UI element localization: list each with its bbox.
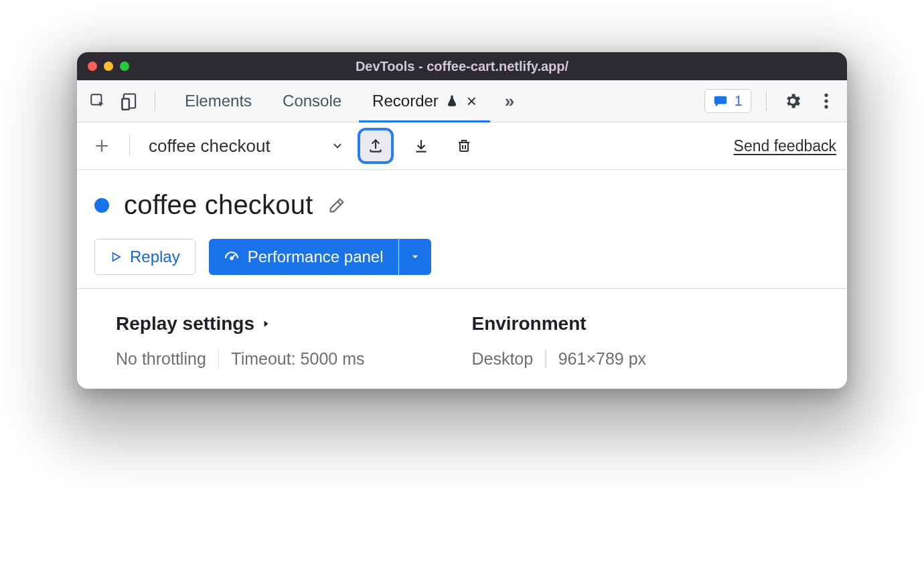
tab-elements[interactable]: Elements <box>171 80 265 122</box>
issues-count: 1 <box>735 92 743 110</box>
devtools-window: DevTools - coffee-cart.netlify.app/ <box>77 52 847 389</box>
device-toolbar-icon[interactable] <box>119 90 141 112</box>
throttling-value: No throttling <box>116 349 206 369</box>
replay-settings-label: Replay settings <box>116 313 254 335</box>
tab-label: Console <box>283 92 341 110</box>
close-tab-icon[interactable]: × <box>467 92 477 110</box>
recorder-toolbar: coffee checkout <box>77 122 847 170</box>
message-icon <box>713 94 728 108</box>
new-recording-button[interactable] <box>88 132 116 160</box>
import-button[interactable] <box>406 130 437 161</box>
issues-badge[interactable]: 1 <box>704 89 751 113</box>
environment-label: Environment <box>471 313 586 335</box>
svg-point-8 <box>230 257 232 259</box>
separator <box>155 91 155 111</box>
edit-title-button[interactable] <box>327 196 346 215</box>
send-feedback-link[interactable]: Send feedback <box>734 137 836 155</box>
titlebar: DevTools - coffee-cart.netlify.app/ <box>77 52 847 80</box>
svg-point-5 <box>824 99 828 102</box>
performance-panel-split-button: Performance panel <box>209 239 431 275</box>
gauge-icon <box>224 249 240 265</box>
performance-panel-button[interactable]: Performance panel <box>209 239 398 275</box>
separator <box>129 136 130 156</box>
tab-console[interactable]: Console <box>269 80 355 122</box>
settings-section: Replay settings No throttling Timeout: 5… <box>77 289 847 389</box>
replay-button[interactable]: Replay <box>94 239 196 275</box>
viewport-value: 961×789 px <box>558 349 646 369</box>
device-value: Desktop <box>471 349 533 369</box>
svg-point-4 <box>824 94 828 97</box>
recording-selector-label: coffee checkout <box>149 136 271 157</box>
delete-button[interactable] <box>449 130 479 161</box>
window-close-button[interactable] <box>88 62 97 71</box>
replay-settings-block: Replay settings No throttling Timeout: 5… <box>116 313 364 369</box>
svg-rect-2 <box>122 99 129 110</box>
replay-label: Replay <box>130 248 180 266</box>
environment-heading: Environment <box>471 313 646 335</box>
separator <box>766 91 767 111</box>
timeout-value: Timeout: 5000 ms <box>231 349 364 369</box>
experiment-icon <box>445 94 459 108</box>
tab-label: Elements <box>185 92 252 110</box>
chevron-down-icon <box>331 139 344 153</box>
svg-point-6 <box>824 105 828 108</box>
recording-header: coffee checkout Replay <box>77 170 847 289</box>
play-icon <box>110 250 122 264</box>
window-title: DevTools - coffee-cart.netlify.app/ <box>77 59 847 74</box>
performance-panel-label: Performance panel <box>248 248 384 266</box>
recording-selector[interactable]: coffee checkout <box>143 136 344 157</box>
window-zoom-button[interactable] <box>120 62 129 71</box>
export-button[interactable] <box>358 128 394 164</box>
settings-icon[interactable] <box>781 90 804 112</box>
inspect-element-icon[interactable] <box>86 90 109 112</box>
separator <box>545 350 546 369</box>
tab-label: Recorder <box>372 92 439 110</box>
expand-icon <box>261 318 271 330</box>
window-minimize-button[interactable] <box>104 62 113 71</box>
more-tabs-button[interactable]: » <box>494 80 525 122</box>
environment-block: Environment Desktop 961×789 px <box>471 313 646 369</box>
recording-title: coffee checkout <box>124 190 313 220</box>
window-controls <box>88 62 129 71</box>
replay-settings-heading[interactable]: Replay settings <box>116 313 364 335</box>
performance-panel-dropdown[interactable] <box>399 239 431 275</box>
kebab-menu-icon[interactable] <box>815 90 838 112</box>
svg-rect-7 <box>460 143 468 151</box>
separator <box>218 350 220 369</box>
tab-recorder[interactable]: Recorder × <box>359 80 490 122</box>
recording-status-dot <box>94 198 109 213</box>
devtools-tabstrip: Elements Console Recorder × » <box>77 80 847 122</box>
